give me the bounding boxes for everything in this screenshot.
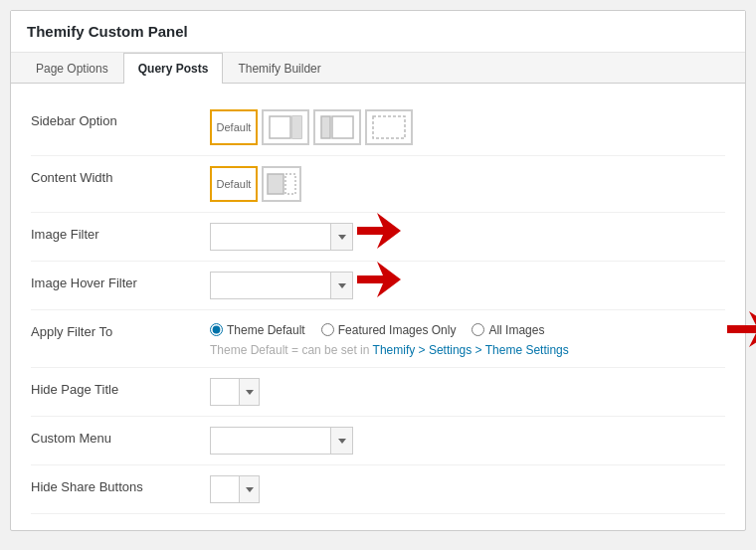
hint-text-static: Theme Default = can be set in	[210, 343, 373, 357]
panel-wrap: Themify Custom Panel Page Options Query …	[10, 10, 746, 531]
custom-menu-caret-icon	[338, 439, 346, 444]
image-filter-caret-icon	[338, 235, 346, 240]
radio-theme-default-label: Theme Default	[227, 323, 305, 337]
svg-rect-6	[268, 174, 284, 194]
hide-page-title-control	[210, 378, 725, 406]
field-hide-share-buttons: Hide Share Buttons	[31, 465, 725, 514]
layout-icon-no-sidebar	[372, 115, 406, 139]
svg-rect-0	[270, 116, 290, 138]
content-width-options: Default	[210, 166, 301, 202]
image-hover-filter-select	[210, 272, 353, 299]
sidebar-option-label: Sidebar Option	[31, 109, 210, 128]
radio-all-images-input[interactable]	[472, 323, 484, 336]
custom-menu-select	[210, 427, 353, 455]
svg-rect-7	[285, 174, 295, 194]
field-sidebar-option: Sidebar Option Default	[31, 99, 725, 156]
red-arrow-image-hover-filter	[357, 262, 401, 297]
layout-btn-default[interactable]: Default	[210, 109, 258, 145]
sidebar-options-group: Default	[210, 109, 413, 145]
image-filter-arrow-wrap	[210, 223, 353, 251]
custom-menu-control	[210, 427, 725, 455]
apply-filter-radio-group: Theme Default Featured Images Only All I…	[210, 323, 544, 337]
layout-label-default: Default	[217, 121, 252, 133]
image-filter-label: Image Filter	[31, 223, 210, 242]
content-width-default-label: Default	[217, 178, 252, 190]
custom-menu-input[interactable]	[211, 428, 330, 454]
hide-page-title-label: Hide Page Title	[31, 378, 210, 397]
sidebar-option-control: Default	[210, 109, 725, 145]
panel-title: Themify Custom Panel	[11, 11, 745, 53]
hide-share-buttons-control	[210, 475, 725, 503]
hide-page-title-caret-icon	[246, 390, 254, 395]
content-width-control: Default	[210, 166, 725, 202]
hide-share-buttons-input[interactable]	[211, 476, 239, 502]
hide-page-title-select	[210, 378, 260, 406]
field-image-hover-filter: Image Hover Filter	[31, 262, 725, 310]
radio-featured-images-label: Featured Images Only	[338, 323, 457, 337]
apply-filter-label: Apply Filter To	[31, 320, 210, 339]
content-width-btn-default[interactable]: Default	[210, 166, 258, 202]
radio-featured-images-only[interactable]: Featured Images Only	[321, 323, 457, 337]
tab-query-posts[interactable]: Query Posts	[123, 53, 224, 84]
tab-page-options[interactable]: Page Options	[21, 53, 123, 84]
image-filter-select	[210, 223, 353, 251]
content-width-icon-narrow	[267, 173, 296, 195]
panel-content: Sidebar Option Default	[11, 84, 745, 530]
image-hover-filter-dropdown-btn[interactable]	[330, 273, 352, 298]
layout-btn-sidebar-left[interactable]	[313, 109, 361, 145]
image-hover-filter-caret-icon	[338, 283, 346, 288]
content-width-label: Content Width	[31, 166, 210, 185]
apply-filter-control: Theme Default Featured Images Only All I…	[210, 323, 725, 337]
red-arrow-image-filter	[357, 213, 401, 249]
image-filter-control	[210, 223, 725, 251]
apply-filter-hint: Theme Default = can be set in Themify > …	[210, 343, 756, 357]
radio-theme-default[interactable]: Theme Default	[210, 323, 305, 337]
custom-menu-dropdown-btn[interactable]	[330, 428, 352, 454]
hide-page-title-input[interactable]	[211, 379, 239, 405]
layout-icon-sidebar-left	[320, 115, 354, 139]
radio-all-images-label: All Images	[488, 323, 544, 337]
hide-share-buttons-dropdown-btn[interactable]	[239, 476, 259, 502]
image-hover-filter-input[interactable]	[211, 273, 330, 298]
svg-rect-3	[321, 116, 330, 138]
svg-rect-4	[332, 116, 353, 138]
image-hover-filter-label: Image Hover Filter	[31, 272, 210, 290]
field-custom-menu: Custom Menu	[31, 417, 725, 465]
tab-themify-builder[interactable]: Themify Builder	[223, 53, 335, 84]
radio-all-images[interactable]: All Images	[472, 323, 544, 337]
svg-marker-8	[357, 213, 401, 249]
field-apply-filter-to: Apply Filter To Theme Default Featured I…	[31, 310, 725, 368]
custom-menu-label: Custom Menu	[31, 427, 210, 446]
hide-page-title-dropdown-btn[interactable]	[239, 379, 259, 405]
image-filter-dropdown-btn[interactable]	[330, 224, 352, 250]
image-filter-input[interactable]	[211, 224, 330, 250]
content-width-btn-narrow[interactable]	[262, 166, 301, 202]
radio-theme-default-input[interactable]	[210, 323, 223, 336]
field-content-width: Content Width Default	[31, 156, 725, 213]
layout-btn-sidebar-right[interactable]	[262, 109, 309, 145]
field-hide-page-title: Hide Page Title	[31, 368, 725, 417]
radio-featured-images-input[interactable]	[321, 323, 334, 336]
hide-share-buttons-select	[210, 475, 260, 503]
image-hover-filter-arrow-wrap	[210, 272, 353, 299]
layout-btn-no-sidebar[interactable]	[365, 109, 413, 145]
svg-marker-9	[357, 262, 401, 297]
hint-link[interactable]: Themify > Settings > Theme Settings	[373, 343, 569, 357]
image-hover-filter-control	[210, 272, 725, 299]
svg-rect-5	[373, 116, 405, 138]
field-image-filter: Image Filter	[31, 213, 725, 262]
tabs-bar: Page Options Query Posts Themify Builder	[11, 53, 745, 84]
svg-rect-2	[292, 116, 301, 138]
svg-marker-10	[727, 311, 756, 347]
layout-icon-sidebar-right	[269, 115, 302, 139]
hide-share-buttons-caret-icon	[246, 487, 254, 492]
hide-share-buttons-label: Hide Share Buttons	[31, 475, 210, 494]
